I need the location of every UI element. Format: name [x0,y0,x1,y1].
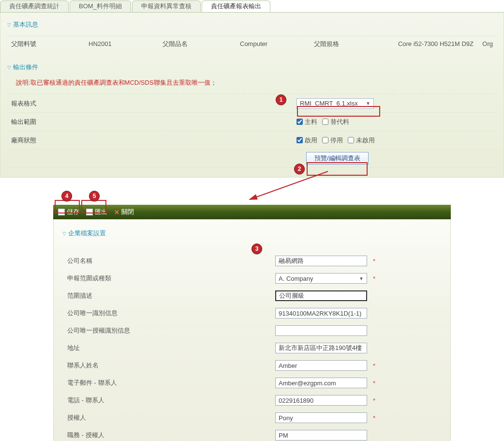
section-basic-title: ▽ 基本訊息 [7,20,497,29]
chk-alt-material[interactable]: 替代料 [322,118,349,126]
field-contact-name: 聯系人姓名 * [62,357,442,374]
output-note: 說明:取已審核通過的責任礦產調查表和MCD/SDS聯集且去重取唯一值； [16,78,497,87]
chk-disabled-input[interactable] [322,137,328,143]
export-icon [86,209,93,215]
chevron-down-icon: ▼ [359,276,364,281]
contact-phone-label: 電話 - 聯系人 [62,396,275,405]
enterprise-panel: ▽ 企業檔案設置 公司名稱 * 申報范圍或種類 A. Company ▼ * 范… [53,219,451,441]
company-name-input[interactable] [275,256,367,266]
contact-name-input[interactable] [275,360,367,371]
company-authid-label: 公司唯一授權識別信息 [62,326,275,335]
declaration-scope-value: A. Company [279,275,313,282]
authorizer-title-label: 職務 - 授權人 [62,431,275,440]
sub-toolbar: 儲存 匯出 ✕ 關閉 [53,205,451,219]
row-vendor-status: 廠商狀態 啟用 停用 未啟用 [7,131,497,149]
tab-bom-parts[interactable]: BOM_料件明細 [70,0,131,12]
scope-description-label: 范圍描述 [62,291,275,300]
chk-not-enabled[interactable]: 未啟用 [348,136,375,145]
parent-partno-label: 父階料號 [11,40,89,48]
row-report-format: 報表格式 RMI_CMRT_6.1.xlsx ▼ [7,94,497,112]
save-icon [58,209,65,215]
authorizer-label: 授權人 [62,413,275,422]
field-contact-email: 電子郵件 - 聯系人 * [62,374,442,392]
address-input[interactable] [275,343,367,353]
report-format-value: RMI_CMRT_6.1.xlsx [300,100,358,107]
parent-spec-label: 父階規格 [314,40,391,48]
contact-email-label: 電子郵件 - 聯系人 [62,379,275,387]
report-format-select[interactable]: RMI_CMRT_6.1.xlsx ▼ [296,98,374,109]
field-authorizer: 授權人 * [62,409,442,426]
chk-not-enabled-input[interactable] [348,137,354,143]
company-uid-label: 公司唯一識別信息 [62,309,275,318]
export-button-label: 匯出 [95,208,107,216]
field-company-name: 公司名稱 * [62,252,442,270]
close-icon: ✕ [114,209,119,216]
chk-disabled[interactable]: 停用 [322,136,343,145]
field-scope-description: 范圍描述 [62,287,442,304]
section-basic-label: 基本訊息 [13,20,38,29]
chevron-down-icon: ▼ [366,101,371,106]
close-button-label: 關閉 [121,208,134,216]
authorizer-input[interactable] [275,412,367,423]
chk-enabled-input[interactable] [296,137,303,143]
contact-phone-input[interactable] [275,395,367,406]
collapse-icon[interactable]: ▽ [7,65,11,70]
chk-main-material[interactable]: 主料 [296,118,317,126]
field-company-uid: 公司唯一識別信息 [62,304,442,322]
company-name-label: 公司名稱 [62,257,275,265]
field-company-authid: 公司唯一授權識別信息 [62,322,442,339]
required-mark: * [373,275,378,282]
contact-email-input[interactable] [275,378,367,388]
collapse-icon[interactable]: ▽ [62,231,66,236]
basic-info-row: 父階料號 HN2001 父階品名 Computer 父階規格 Core i52-… [7,36,497,51]
chk-alt-material-input[interactable] [322,119,328,125]
field-address: 地址 [62,339,442,357]
required-mark: * [373,397,378,404]
section-output-label: 輸出條件 [13,63,38,72]
collapse-icon[interactable]: ▽ [7,22,11,28]
preview-edit-button[interactable]: 預覽/編輯調查表 [306,152,369,165]
parent-spec-value: Core i52-7300 H521M D9Z [391,40,474,47]
declaration-scope-select[interactable]: A. Company ▼ [275,273,367,284]
save-button-label: 儲存 [67,208,79,216]
section-enterprise-label: 企業檔案設置 [68,229,106,238]
output-scope-label: 輸出範圍 [11,118,296,126]
scope-description-input[interactable] [275,290,367,301]
tab-report-export[interactable]: 責任礦產報表輸出 [202,0,270,12]
field-declaration-scope: 申報范圍或種類 A. Company ▼ * [62,270,442,287]
field-authorizer-title: 職務 - 授權人 [62,426,442,441]
report-format-label: 報表格式 [11,99,296,108]
required-mark: * [373,258,378,265]
field-contact-phone: 電話 - 聯系人 * [62,392,442,409]
tab-anomaly-check[interactable]: 申報資料異常查核 [132,0,201,12]
authorizer-title-input[interactable] [275,430,367,441]
section-output-title: ▽ 輸出條件 [7,63,497,72]
tab-bar: 責任礦產調查統計 BOM_料件明細 申報資料異常查核 責任礦產報表輸出 [0,0,504,13]
required-mark: * [373,362,378,369]
chk-main-material-input[interactable] [296,119,303,125]
chk-enabled[interactable]: 啟用 [296,136,317,145]
vendor-status-label: 廠商狀態 [11,136,296,145]
tab-statistics[interactable]: 責任礦產調查統計 [0,0,69,12]
export-button[interactable]: 匯出 [86,208,107,216]
section-enterprise-title: ▽ 企業檔案設置 [62,229,442,238]
parent-name-label: 父階品名 [163,40,240,48]
contact-name-label: 聯系人姓名 [62,361,275,370]
address-label: 地址 [62,344,275,352]
declaration-scope-label: 申報范圍或種類 [62,274,275,283]
org-label: Org [474,40,493,47]
required-mark: * [373,414,378,422]
row-output-scope: 輸出範圍 主料 替代料 [7,112,497,131]
required-mark: * [373,380,378,387]
parent-partno-value: HN2001 [89,40,163,47]
row-preview: 預覽/編輯調查表 [7,149,497,167]
parent-name-value: Computer [240,40,314,47]
company-uid-input[interactable] [275,308,367,319]
save-button[interactable]: 儲存 [58,208,79,216]
main-panel: ▽ 基本訊息 父階料號 HN2001 父階品名 Computer 父階規格 Co… [0,13,504,178]
close-button[interactable]: ✕ 關閉 [114,208,134,216]
company-authid-input[interactable] [275,325,367,336]
